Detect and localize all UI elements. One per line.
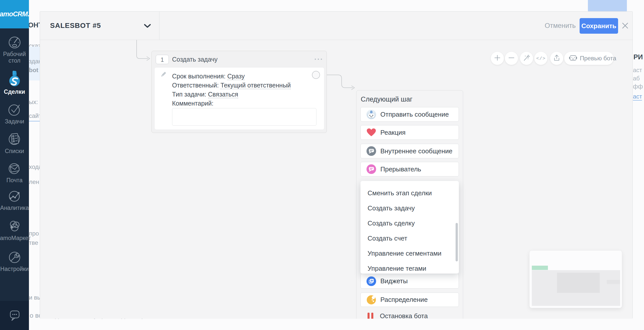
amocrm-logo[interactable]: amoCRM. <box>0 0 29 28</box>
task-comment-field: Комментарий: <box>172 99 291 108</box>
sidebar-item-analytics[interactable]: Аналитика <box>0 189 29 211</box>
field-label: Срок выполнения: <box>172 73 227 80</box>
edit-pencil-icon[interactable] <box>160 71 167 79</box>
dropdown-item-manage-tags[interactable]: Управление тегами <box>360 261 459 274</box>
sidebar-item-label: Настройки <box>0 266 29 272</box>
flow-canvas[interactable]: 1 Создать задачу Срок выполнения: Сразу … <box>40 40 632 319</box>
task-deadline-field: Срок выполнения: Сразу <box>172 72 291 81</box>
minimap-node <box>607 280 620 284</box>
step-output-port[interactable] <box>312 71 320 79</box>
action-type-dropdown: Сменить этап сделки Создать задачу Созда… <box>360 181 459 274</box>
interrupter-icon <box>366 164 377 175</box>
modal-header: SALESBOT #5 Отменить Сохранить <box>40 12 633 40</box>
bot-name-selector[interactable]: SALESBOT #5 <box>40 12 159 40</box>
minimap-node <box>532 266 548 270</box>
dropdown-item-create-deal[interactable]: Создать сделку <box>360 216 459 231</box>
pause-icon <box>368 313 373 319</box>
sidebar-item-label: Почта <box>0 177 29 183</box>
step-card-body: Срок выполнения: Сразу Ответственный: Те… <box>155 68 324 129</box>
bot-message-icon <box>366 109 377 120</box>
action-label: Внутреннее сообщение <box>380 147 452 155</box>
sidebar-item-lists[interactable]: Списки <box>0 131 29 154</box>
action-interrupter-button[interactable]: Прерыватель <box>360 162 459 176</box>
action-label: Виджеты <box>380 277 408 285</box>
field-label: Комментарий: <box>172 100 213 107</box>
sidebar-item-label: Сделки <box>0 88 29 95</box>
dashboard-icon <box>0 35 29 50</box>
comment-textarea[interactable] <box>172 108 316 126</box>
step-title: Создать задачу <box>172 55 218 64</box>
market-icon <box>0 219 29 233</box>
task-type-field: Тип задачи: Связаться <box>172 90 291 99</box>
field-value[interactable]: Связаться <box>208 91 238 98</box>
widgets-icon <box>366 276 377 287</box>
action-label: Отправить сообщение <box>380 111 449 118</box>
sidebar-item-market[interactable]: amoМаркет <box>0 219 29 241</box>
sidebar-item-settings[interactable]: Настройки <box>0 250 29 272</box>
bg-fragment-link: аст <box>633 93 642 101</box>
deals-icon <box>0 70 29 87</box>
sidebar-item-tasks[interactable]: Задачи <box>0 103 29 125</box>
sidebar-item-label: Списки <box>0 148 29 154</box>
task-responsible-field: Ответственный: Текущий ответственный <box>172 81 291 90</box>
step-number-badge: 1 <box>156 55 169 64</box>
field-label: Тип задачи: <box>172 91 208 98</box>
bg-button-peek <box>588 0 627 12</box>
internal-message-icon <box>366 146 377 157</box>
save-button[interactable]: Сохранить <box>580 18 618 34</box>
dropdown-scrollbar[interactable] <box>456 223 458 261</box>
field-value[interactable]: Текущий ответственный <box>220 82 291 89</box>
dropdown-item-manage-segments[interactable]: Управление сегментами <box>360 246 459 261</box>
minimap[interactable] <box>529 250 622 308</box>
bot-title: SALESBOT #5 <box>50 12 101 40</box>
bg-fragment: ых: <box>29 99 38 106</box>
action-send-message-button[interactable]: Отправить сообщение <box>360 107 459 122</box>
sidebar-item-label: amoМаркет <box>0 235 29 241</box>
chevron-down-icon <box>144 24 151 29</box>
distribution-icon <box>366 294 377 305</box>
bg-fragment: bot <box>29 67 38 74</box>
sidebar-item-label: Аналитика <box>0 205 29 211</box>
logo-text: amoCRM. <box>0 10 29 18</box>
bg-fragment: РИ <box>633 53 643 61</box>
tasks-icon <box>0 103 29 117</box>
field-label: Ответственный: <box>172 82 220 89</box>
action-reaction-button[interactable]: Реакция <box>360 125 459 140</box>
lists-icon <box>0 131 29 146</box>
heart-icon <box>366 127 377 138</box>
analytics-icon <box>0 189 29 203</box>
sidebar: amoCRM. Рабочий стол Сделки <box>0 0 29 330</box>
minimap-node <box>557 273 600 293</box>
sidebar-item-dashboard[interactable]: Рабочий стол <box>0 35 29 64</box>
bg-fragment: лен <box>29 178 39 185</box>
action-internal-message-button[interactable]: Внутреннее сообщение <box>360 144 459 158</box>
sidebar-item-deals[interactable]: Сделки <box>0 70 29 95</box>
sidebar-item-label: Задачи <box>0 118 29 125</box>
action-stop-bot-button[interactable]: Остановка бота <box>360 309 459 319</box>
sidebar-item-label: Рабочий стол <box>3 51 27 64</box>
close-icon[interactable] <box>619 12 631 40</box>
dropdown-item-change-stage[interactable]: Сменить этап сделки <box>360 185 459 201</box>
dropdown-item-create-task[interactable]: Создать задачу <box>360 201 459 216</box>
support-chat-button[interactable] <box>0 301 29 330</box>
dropdown-item-create-invoice[interactable]: Создать счет <box>360 231 459 246</box>
cancel-button[interactable]: Отменить <box>543 12 577 40</box>
bg-fragment: аст <box>633 67 642 74</box>
support-chat-icon <box>8 308 22 323</box>
step-menu-icon[interactable] <box>315 59 322 60</box>
action-label: Прерыватель <box>380 165 421 173</box>
action-distribution-button[interactable]: Распределение <box>360 293 459 307</box>
settings-icon <box>0 250 29 264</box>
action-widgets-button[interactable]: Виджеты <box>360 274 459 289</box>
action-label: Реакция <box>380 129 406 136</box>
sidebar-item-mail[interactable]: Почта <box>0 161 29 183</box>
field-value[interactable]: Сразу <box>227 73 245 80</box>
mail-icon <box>0 161 29 175</box>
bg-highlight-row: здани bot <box>29 46 40 80</box>
bg-fragment: фф <box>633 83 643 90</box>
next-step-panel: Следующий шаг Отправить сообщение <box>356 90 463 319</box>
next-step-title: Следующий шаг <box>361 96 413 103</box>
step-card-create-task[interactable]: 1 Создать задачу Срок выполнения: Сразу … <box>151 51 327 133</box>
action-label: Распределение <box>380 296 428 304</box>
salesbot-editor-modal: SALESBOT #5 Отменить Сохранить 1 Создать… <box>40 11 633 319</box>
